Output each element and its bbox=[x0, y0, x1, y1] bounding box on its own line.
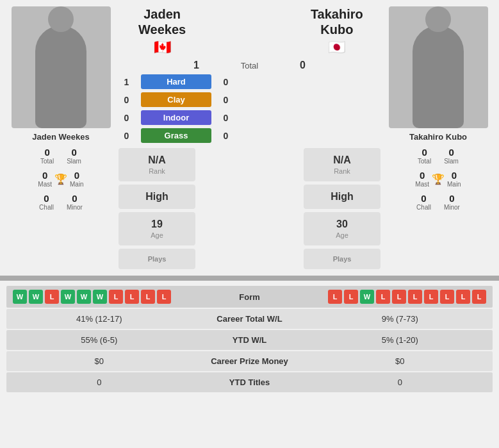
left-plays-block: Plays bbox=[119, 249, 195, 269]
right-slam-val: 0 bbox=[448, 147, 454, 158]
left-plays-val: Plays bbox=[128, 255, 186, 263]
form-badge-left: L bbox=[141, 290, 155, 304]
left-grass-score: 0 bbox=[119, 131, 135, 141]
form-badge-right: L bbox=[472, 290, 486, 304]
right-hard-score: 0 bbox=[218, 77, 234, 87]
stat-left: 0 bbox=[13, 377, 186, 387]
right-stats-row3: 0 Chall 0 Minor bbox=[416, 193, 460, 211]
left-total-stat: 0 Total bbox=[40, 147, 54, 165]
form-badge-left: L bbox=[125, 290, 139, 304]
right-rank-val: N/A bbox=[313, 154, 371, 166]
stat-center: YTD Titles bbox=[186, 377, 314, 387]
left-indoor-score: 0 bbox=[119, 113, 135, 123]
left-age-val: 19 bbox=[128, 219, 186, 230]
left-rank-lbl: Rank bbox=[128, 167, 186, 175]
form-badge-right: L bbox=[376, 290, 390, 304]
right-chall-stat: 0 Chall bbox=[416, 193, 431, 211]
left-main-lbl: Main bbox=[70, 181, 84, 188]
left-clay-score: 0 bbox=[119, 95, 135, 105]
right-minor-val: 0 bbox=[449, 193, 454, 204]
left-slam-lbl: Slam bbox=[67, 158, 81, 165]
left-player-photo bbox=[12, 6, 111, 128]
right-stats-row1: 0 Total 0 Slam bbox=[418, 147, 459, 165]
form-badge-right: L bbox=[424, 290, 438, 304]
left-trophy-row: 0 Mast 🏆 0 Main bbox=[38, 170, 83, 188]
left-name-header: Jaden Weekes bbox=[119, 6, 206, 37]
left-chall-lbl: Chall bbox=[39, 204, 54, 211]
right-rank-block: N/A Rank bbox=[304, 148, 380, 181]
indoor-row: 0 Indoor 0 bbox=[119, 110, 380, 125]
form-badges-left: WWLWWWLLLL bbox=[13, 290, 211, 304]
left-minor-lbl: Minor bbox=[67, 204, 83, 211]
stat-center: Career Prize Money bbox=[186, 356, 314, 366]
left-chall-val: 0 bbox=[44, 193, 49, 204]
total-score-row: 1 Total 0 bbox=[119, 60, 380, 71]
form-badge-left: W bbox=[77, 290, 91, 304]
left-flag: 🇨🇦 bbox=[119, 39, 206, 56]
left-rank-val: N/A bbox=[128, 154, 186, 166]
right-slam-stat: 0 Slam bbox=[444, 147, 459, 165]
form-badge-right: L bbox=[392, 290, 406, 304]
divider bbox=[0, 276, 499, 281]
form-badge-right: W bbox=[360, 290, 374, 304]
clay-badge: Clay bbox=[141, 92, 211, 107]
form-badge-left: L bbox=[45, 290, 59, 304]
form-badge-left: L bbox=[109, 290, 123, 304]
left-total-val: 0 bbox=[44, 147, 49, 158]
left-main-val: 0 bbox=[74, 170, 79, 181]
form-badge-left: W bbox=[61, 290, 75, 304]
right-rank-lbl: Rank bbox=[313, 167, 371, 175]
right-name-header: Takahiro Kubo bbox=[293, 6, 380, 37]
left-mast-lbl: Mast bbox=[38, 181, 52, 188]
form-badges-right: LLWLLLLLLL bbox=[288, 290, 487, 304]
stat-center: YTD W/L bbox=[186, 335, 314, 345]
left-mast-val: 0 bbox=[42, 170, 47, 181]
right-flag: 🇯🇵 bbox=[293, 39, 380, 56]
clay-row: 0 Clay 0 bbox=[119, 92, 380, 107]
right-trophy-row: 0 Mast 🏆 0 Main bbox=[415, 170, 461, 188]
stat-center: Career Total W/L bbox=[186, 314, 314, 324]
left-age-lbl: Age bbox=[128, 231, 186, 239]
right-minor-stat: 0 Minor bbox=[444, 193, 460, 211]
stat-right: 5% (1-20) bbox=[314, 335, 487, 345]
high-row: High High bbox=[119, 185, 380, 209]
form-badge-right: L bbox=[456, 290, 470, 304]
left-main-stat: 0 Main bbox=[70, 170, 84, 188]
right-age-lbl: Age bbox=[313, 231, 371, 239]
stat-left: $0 bbox=[13, 356, 186, 366]
right-player-name: Takahiro Kubo bbox=[409, 132, 467, 142]
right-mast-val: 0 bbox=[420, 170, 425, 181]
right-mast-stat: 0 Mast bbox=[415, 170, 429, 188]
right-main-stat: 0 Main bbox=[447, 170, 461, 188]
left-slam-val: 0 bbox=[71, 147, 76, 158]
right-trophy-icon: 🏆 bbox=[432, 173, 445, 185]
surface-rows: 1 Hard 0 0 Clay 0 0 Indoor 0 0 Grass bbox=[119, 74, 380, 143]
left-total-score: 1 bbox=[187, 60, 206, 71]
left-high-block: High bbox=[119, 185, 195, 209]
form-badge-right: L bbox=[440, 290, 454, 304]
total-label: Total bbox=[211, 61, 288, 71]
stat-rows: 41% (12-17) Career Total W/L 9% (7-73) 5… bbox=[6, 309, 493, 394]
right-grass-score: 0 bbox=[218, 131, 234, 141]
stat-row: 55% (6-5) YTD W/L 5% (1-20) bbox=[6, 330, 493, 350]
bottom-section: WWLWWWLLLL Form LLWLLLLLLL 41% (12-17) C… bbox=[0, 281, 499, 399]
right-chall-lbl: Chall bbox=[416, 204, 431, 211]
right-total-lbl: Total bbox=[418, 158, 431, 165]
right-plays-val: Plays bbox=[313, 255, 371, 263]
plays-row: Plays Plays bbox=[119, 249, 380, 269]
left-trophy-icon: 🏆 bbox=[54, 173, 67, 185]
stat-left: 41% (12-17) bbox=[13, 314, 186, 324]
right-slam-lbl: Slam bbox=[444, 158, 459, 165]
stat-row: 0 YTD Titles 0 bbox=[6, 372, 493, 392]
left-player-name: Jaden Weekes bbox=[32, 132, 89, 142]
right-mast-lbl: Mast bbox=[415, 181, 429, 188]
left-player-col: Jaden Weekes 0 Total 0 Slam 0 Mast 🏆 bbox=[6, 6, 115, 269]
indoor-badge: Indoor bbox=[141, 110, 211, 125]
form-badge-right: L bbox=[328, 290, 342, 304]
form-badge-left: W bbox=[93, 290, 107, 304]
form-badge-left: W bbox=[29, 290, 43, 304]
player-comparison: Jaden Weekes 0 Total 0 Slam 0 Mast 🏆 bbox=[0, 0, 499, 276]
left-age-block: 19 Age bbox=[119, 212, 195, 245]
left-high-val: High bbox=[128, 191, 186, 203]
form-row: WWLWWWLLLL Form LLWLLLLLLL bbox=[6, 286, 493, 308]
